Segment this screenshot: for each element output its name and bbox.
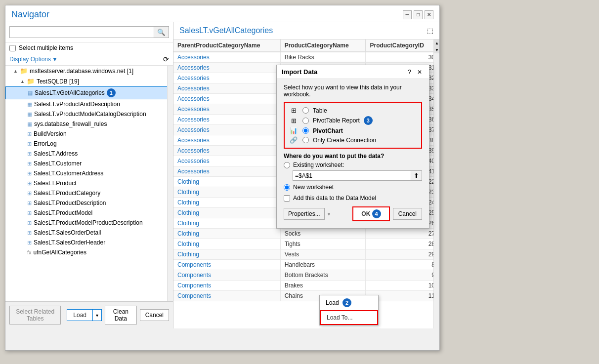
tree-item-db[interactable]: ▲ 📁 TestSQLDB [19] [5, 76, 173, 86]
tree-item-t2[interactable]: ⊞ ErrorLog [5, 139, 173, 149]
tree-item-t9[interactable]: ⊞ SalesLT.ProductModel [5, 208, 173, 218]
radio-existing-ws[interactable] [284, 162, 290, 168]
tree-item-fn1[interactable]: fx ufnGetAllCategories [5, 247, 173, 257]
col-header-parent: ParentProductCategoryName [173, 40, 280, 52]
view-options-section: ⊞ Table ⊞ PivotTable Report 3 📊 PivotCha… [284, 102, 422, 149]
tree-item-view2[interactable]: ▦ SalesLT.vProductAndDescription [5, 99, 173, 109]
table-row: ComponentsHandlebars8 [173, 260, 439, 270]
tree-label-t10: SalesLT.ProductModelProductDescription [34, 219, 143, 226]
table-row: ClothingTights28 [173, 239, 439, 249]
import-footer: Properties... ▾ OK 4 Cancel [284, 206, 422, 223]
maximize-button[interactable]: □ [414, 10, 423, 19]
table-icon-t7: ⊞ [27, 190, 32, 197]
radio-pivot-chart[interactable] [302, 127, 309, 134]
table-cell: Clothing [173, 198, 280, 208]
tree-item-t6[interactable]: ⊞ SalesLT.Product [5, 178, 173, 188]
existing-ws-label: Existing worksheet: [293, 162, 344, 168]
table-scroll-right: ▲ ▼ [433, 40, 439, 328]
search-button[interactable]: 🔍 [154, 27, 169, 38]
data-table-header: SalesLT.vGetAllCategories ⬚ [173, 22, 439, 40]
add-data-model-row: Add this data to the Data Model [284, 195, 422, 202]
pivot-table-icon: ⊞ [289, 117, 299, 124]
ok-button[interactable]: OK 4 [352, 206, 389, 221]
tree-item-sys[interactable]: ▦ sys.database_firewall_rules [5, 119, 173, 129]
scroll-up-button[interactable]: ▲ [434, 40, 439, 46]
table-cell: 10 [366, 281, 439, 291]
import-cancel-button[interactable]: Cancel [393, 208, 422, 220]
tree-label-t7: SalesLT.ProductCategory [34, 190, 100, 197]
tree-label-t12: SalesLT.SalesOrderHeader [34, 239, 105, 246]
load-option-load[interactable]: Load 2 [320, 295, 378, 310]
load-option-load-label: Load [326, 299, 339, 306]
search-input[interactable] [10, 27, 154, 38]
table-cell: Accessories [173, 83, 280, 94]
table-cell: Clothing [173, 239, 280, 249]
tree-item-t11[interactable]: ⊞ SalesLT.SalesOrderDetail [5, 228, 173, 238]
display-options-button[interactable]: Display Options ▼ [9, 56, 58, 63]
table-cell: Accessories [173, 146, 280, 156]
export-icon[interactable]: ⬚ [427, 27, 433, 35]
table-cell: Components [173, 260, 280, 270]
radio-pivot-chart-row: 📊 PivotChart [289, 126, 417, 135]
load-option-load-to[interactable]: Load To... [320, 310, 378, 325]
radio-table[interactable] [302, 107, 309, 114]
tree-item-t10[interactable]: ⊞ SalesLT.ProductModelProductDescription [5, 218, 173, 228]
tree-item-view3[interactable]: ▦ SalesLT.vProductModelCatalogDescriptio… [5, 109, 173, 119]
tree-item-t5[interactable]: ⊞ SalesLT.CustomerAddress [5, 168, 173, 178]
cell-ref-input[interactable] [293, 171, 411, 180]
table-cell: Socks [280, 229, 366, 239]
clean-data-button[interactable]: Clean Data [105, 306, 137, 324]
add-data-model-checkbox[interactable] [284, 195, 290, 202]
tree-label-t5: SalesLT.CustomerAddress [34, 170, 103, 177]
table-cell: Accessories [173, 52, 280, 63]
table-cell: Accessories [173, 94, 280, 104]
select-multiple-checkbox[interactable] [9, 45, 16, 51]
display-options-row: Display Options ▼ ⟳ [5, 53, 173, 66]
radio-connection[interactable] [302, 137, 309, 143]
table-cell: Accessories [173, 166, 280, 177]
select-related-button[interactable]: Select Related Tables [9, 306, 61, 324]
tree-item-view1[interactable]: ▦ SalesLT.vGetAllCategories 1 [5, 86, 173, 99]
import-close-icon[interactable]: ✕ [415, 69, 424, 76]
tree-item-t12[interactable]: ⊞ SalesLT.SalesOrderHeader [5, 238, 173, 247]
badge-1: 1 [107, 88, 116, 97]
table-cell: Clothing [173, 218, 280, 229]
radio-new-ws[interactable] [284, 184, 290, 191]
table-icon-t8: ⊞ [27, 200, 32, 206]
tree-label-t8: SalesLT.ProductDescription [34, 200, 106, 206]
table-cell: Accessories [173, 104, 280, 115]
cell-ref-button[interactable]: ⬆ [411, 171, 422, 180]
tree-item-t4[interactable]: ⊞ SalesLT.Customer [5, 159, 173, 168]
tree-item-server[interactable]: ▲ 📁 msftestserver.database.windows.net [… [5, 66, 173, 76]
tree-item-t3[interactable]: ⊞ SalesLT.Address [5, 149, 173, 159]
radio-pivot-table[interactable] [302, 118, 309, 124]
cancel-button[interactable]: Cancel [140, 309, 169, 321]
tree-label-t1: BuildVersion [34, 130, 67, 137]
table-row: ComponentsBrakes10 [173, 281, 439, 291]
table-cell: Clothing [173, 187, 280, 198]
table-cell: Bottom Brackets [280, 270, 366, 281]
connection-icon: 🔗 [289, 136, 299, 144]
close-button[interactable]: ✕ [425, 10, 433, 19]
table-icon-t5: ⊞ [27, 170, 32, 177]
tree-item-t7[interactable]: ⊞ SalesLT.ProductCategory [5, 188, 173, 198]
radio-pivot-table-row: ⊞ PivotTable Report 3 [289, 115, 417, 126]
load-dropdown-arrow[interactable]: ▾ [93, 310, 101, 321]
tree-item-t8[interactable]: ⊞ SalesLT.ProductDescription [5, 198, 173, 208]
table-cell: Components [173, 281, 280, 291]
refresh-icon[interactable]: ⟳ [163, 55, 169, 63]
minimize-button[interactable]: ─ [403, 10, 412, 19]
load-main-button[interactable]: Load [67, 310, 93, 321]
table-icon-t2: ⊞ [27, 141, 32, 147]
table-cell: Accessories [173, 125, 280, 135]
properties-button[interactable]: Properties... [284, 208, 325, 220]
view-icon-2: ▦ [27, 101, 32, 108]
scroll-down-button[interactable]: ▼ [434, 46, 439, 53]
left-panel: 🔍 Select multiple items Display Options … [5, 22, 173, 328]
folder-icon-server: 📁 [20, 67, 28, 75]
radio-pivot-chart-label: PivotChart [313, 127, 343, 134]
load-dropdown-menu: Load 2 Load To... [319, 295, 379, 325]
tree-item-t1[interactable]: ⊞ BuildVersion [5, 129, 173, 139]
window-title: Navigator [11, 9, 49, 20]
import-help-button[interactable]: ? [406, 69, 413, 76]
